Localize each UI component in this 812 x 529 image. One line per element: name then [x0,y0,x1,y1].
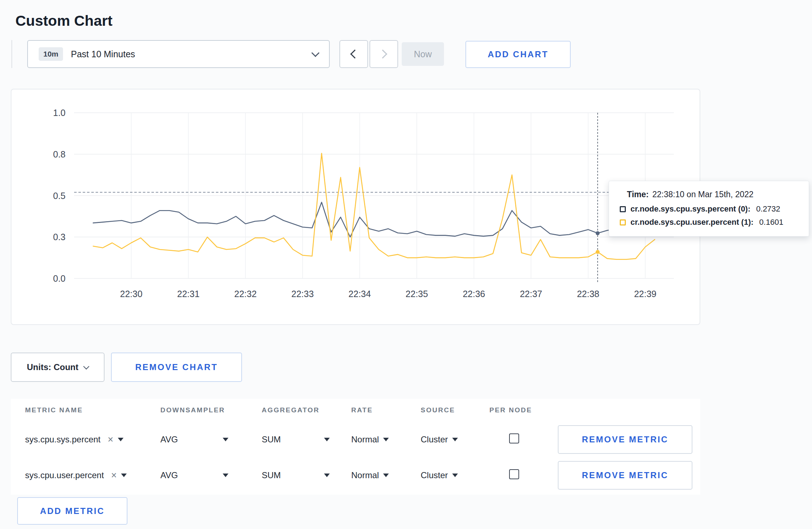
remove-metric-button[interactable]: REMOVE METRIC [558,425,692,454]
column-header-downsampler: DOWNSAMPLER [160,406,262,414]
aggregator-select[interactable]: SUM [262,470,330,480]
svg-text:1.0: 1.0 [53,108,66,118]
metric-name-select[interactable]: sys.cpu.sys.percent × [11,435,160,445]
toolbar-divider [11,40,12,68]
downsampler-value: AVG [160,435,178,445]
tooltip-time: Time:22:38:10 on Mar 15th, 2022 [627,190,798,199]
aggregator-value: SUM [262,435,281,445]
metrics-table-header: METRIC NAME DOWNSAMPLER AGGREGATOR RATE … [11,399,700,422]
chevron-down-icon [83,364,89,370]
svg-text:0.5: 0.5 [53,191,66,201]
tooltip-series-value: 0.2732 [756,204,780,214]
chart-plot[interactable]: 0.00.30.50.81.022:3022:3122:3222:3322:34… [11,89,700,324]
svg-text:22:35: 22:35 [406,289,428,299]
svg-text:22:39: 22:39 [634,289,657,299]
tooltip-time-label: Time: [627,190,649,199]
aggregator-select[interactable]: SUM [262,435,330,445]
rate-select[interactable]: Normal [351,470,421,480]
time-pager [339,40,398,68]
caret-down-icon [452,474,458,477]
metric-name-select[interactable]: sys.cpu.user.percent × [11,470,160,480]
time-range-badge: 10m [39,47,63,61]
caret-down-icon [383,474,389,477]
page-title: Custom Chart [15,13,112,29]
time-next-button[interactable] [369,40,398,68]
chevron-down-icon [311,49,320,57]
toolbar: 10m Past 10 Minutes Now ADD CHART [0,40,812,68]
svg-text:22:34: 22:34 [348,289,371,299]
tooltip-series-row: cr.node.sys.cpu.user.percent (1): 0.1601 [620,218,798,227]
caret-down-icon [118,438,124,441]
rate-value: Normal [351,435,379,445]
units-label: Units: Count [27,362,78,372]
source-select[interactable]: Cluster [421,470,489,480]
tooltip-series-label: cr.node.sys.cpu.sys.percent (0): [630,204,750,214]
metric-row: sys.cpu.sys.percent × AVG SUM Normal Clu… [11,422,700,457]
rate-value: Normal [351,470,379,480]
tooltip-series-label: cr.node.sys.cpu.user.percent (1): [630,218,754,227]
tooltip-series-value: 0.1601 [759,218,783,227]
per-node-checkbox[interactable] [509,469,519,479]
svg-text:0.8: 0.8 [53,149,66,159]
caret-down-icon [383,438,389,441]
column-header-per-node: PER NODE [489,406,558,414]
metric-name-label: sys.cpu.user.percent [25,470,104,480]
tooltip-series-row: cr.node.sys.cpu.sys.percent (0): 0.2732 [620,204,798,214]
add-metric-button[interactable]: ADD METRIC [17,497,127,525]
column-header-rate: RATE [351,406,421,414]
downsampler-value: AVG [160,470,178,480]
downsampler-select[interactable]: AVG [160,470,228,480]
time-range-label: Past 10 Minutes [71,49,135,59]
rate-select[interactable]: Normal [351,435,421,445]
svg-text:22:30: 22:30 [120,289,142,299]
source-select[interactable]: Cluster [421,435,489,445]
svg-text:22:33: 22:33 [291,289,314,299]
svg-text:22:36: 22:36 [463,289,485,299]
chevron-right-icon [378,49,387,58]
caret-down-icon [121,474,127,477]
caret-down-icon [324,438,330,441]
clear-metric-icon[interactable]: × [108,435,113,445]
source-value: Cluster [421,435,448,445]
svg-text:0.0: 0.0 [53,273,66,283]
chart-card: 0.00.30.50.81.022:3022:3122:3222:3322:34… [11,89,700,325]
column-header-aggregator: AGGREGATOR [262,406,351,414]
source-value: Cluster [421,470,448,480]
per-node-checkbox[interactable] [509,433,519,443]
chevron-left-icon [350,49,359,58]
svg-text:22:31: 22:31 [177,289,200,299]
svg-text:22:32: 22:32 [234,289,257,299]
column-header-metric-name: METRIC NAME [11,406,160,414]
aggregator-value: SUM [262,470,281,480]
chart-tooltip: Time:22:38:10 on Mar 15th, 2022 cr.node.… [609,181,809,237]
caret-down-icon [223,438,228,441]
svg-text:0.3: 0.3 [53,232,66,242]
column-header-source: SOURCE [421,406,489,414]
remove-metric-button[interactable]: REMOVE METRIC [558,461,692,490]
svg-text:22:37: 22:37 [520,289,542,299]
svg-text:22:38: 22:38 [577,289,599,299]
remove-chart-button[interactable]: REMOVE CHART [111,353,242,382]
caret-down-icon [324,474,330,477]
caret-down-icon [452,438,458,441]
metric-row: sys.cpu.user.percent × AVG SUM Normal Cl… [11,457,700,493]
downsampler-select[interactable]: AVG [160,435,228,445]
time-prev-button[interactable] [339,40,368,68]
now-button[interactable]: Now [402,42,444,66]
tooltip-swatch [620,206,626,212]
tooltip-swatch [620,219,626,225]
tooltip-time-value: 22:38:10 on Mar 15th, 2022 [652,190,754,199]
metric-name-label: sys.cpu.sys.percent [25,435,101,445]
time-range-select[interactable]: 10m Past 10 Minutes [27,40,330,68]
metrics-table: METRIC NAME DOWNSAMPLER AGGREGATOR RATE … [11,399,700,495]
units-select[interactable]: Units: Count [11,353,105,382]
caret-down-icon [223,474,228,477]
clear-metric-icon[interactable]: × [111,471,117,480]
add-chart-button[interactable]: ADD CHART [465,41,571,68]
